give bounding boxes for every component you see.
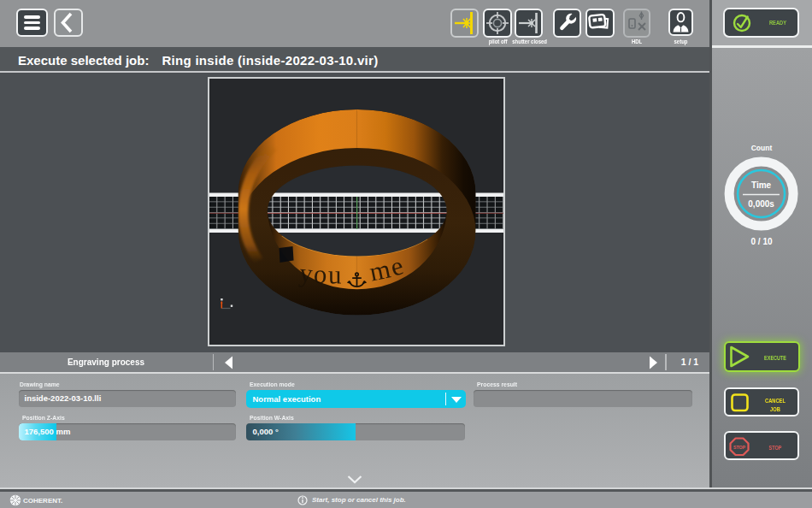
- svg-text:Time: Time: [751, 180, 772, 190]
- svg-text:STOP: STOP: [733, 444, 746, 449]
- svg-text:0,000s: 0,000s: [748, 199, 774, 209]
- svg-text:you: you: [298, 257, 344, 290]
